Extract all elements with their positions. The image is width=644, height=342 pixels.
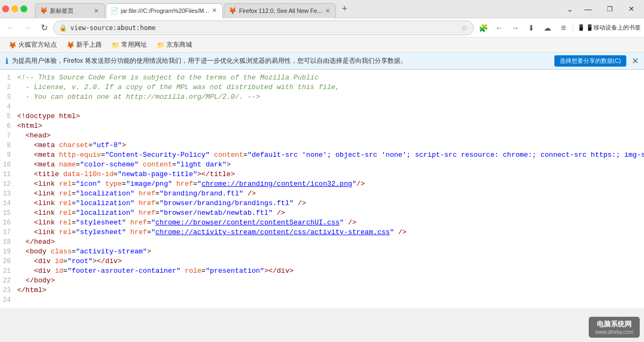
line-number: 23	[0, 286, 17, 295]
tabs-container: 🦊 新标签页 ✕ 📄 jar:file:///C:/Program%20File…	[35, 0, 558, 18]
line-number: 6	[0, 121, 17, 131]
code-line: 17 <link rel="stylesheet" href="chrome:/…	[0, 228, 644, 237]
tab-1-close[interactable]: ✕	[92, 7, 100, 14]
code-line: 24	[0, 295, 644, 305]
code-line: 14 <link rel="localization" href="browse…	[0, 199, 644, 208]
watermark-url: www.dnxtw.com	[595, 329, 633, 335]
watermark: 电脑系统网 www.dnxtw.com	[589, 317, 640, 338]
bookmark-item-2[interactable]: 🦊 新手上路	[62, 39, 106, 50]
line-number: 1	[0, 73, 17, 83]
tab-3-favicon: 🦊	[229, 7, 237, 14]
title-bar: 🦊 新标签页 ✕ 📄 jar:file:///C:/Program%20File…	[0, 0, 644, 18]
code-line: 7 <head>	[0, 131, 644, 141]
line-content: <link rel="stylesheet" href="chrome://br…	[17, 218, 644, 228]
code-line: 23</html>	[0, 286, 644, 295]
extensions-button[interactable]: 🧩	[475, 20, 491, 35]
menu-button[interactable]: ≡	[556, 20, 571, 35]
nav-bar: ← → ↻ 🔒 view-source:about:home ☆ 🧩 ← → ⬇…	[0, 18, 644, 38]
window-controls	[2, 5, 32, 12]
code-line: 22 </body>	[0, 276, 644, 286]
line-content: <head>	[17, 131, 644, 141]
line-content: <link rel="stylesheet" href="chrome://ac…	[17, 228, 644, 237]
win-close-btn[interactable]	[2, 5, 9, 12]
line-content: </body>	[17, 276, 644, 286]
window-close-btn[interactable]: ✕	[620, 2, 642, 17]
info-close-button[interactable]: ✕	[632, 56, 639, 66]
line-number: 8	[0, 141, 17, 150]
address-bar[interactable]: 🔒 view-source:about:home ☆	[53, 20, 474, 35]
code-line: 8 <meta charset="utf-8">	[0, 141, 644, 150]
bookmark-item-1[interactable]: 🦊 火狐官方站点	[4, 39, 61, 50]
tab-3-close[interactable]: ✕	[324, 7, 331, 14]
mobile-bookmarks-label: 📱 📱移动设备上的书签	[573, 24, 641, 32]
line-number: 13	[0, 189, 17, 199]
line-content: <meta charset="utf-8">	[17, 141, 644, 150]
line-number: 15	[0, 208, 17, 218]
tab-1-title: 新标签页	[50, 7, 91, 15]
nav-right-icons: 🧩 ← → ⬇ ☁ ≡	[475, 20, 571, 35]
code-line: 1<!-- This Source Code Form is subject t…	[0, 73, 644, 83]
code-line: 18 </head>	[0, 237, 644, 247]
source-code-area: 1<!-- This Source Code Form is subject t…	[0, 70, 644, 308]
info-text: 为提高用户体验，Firefox 将发送部分功能的使用情况给我们，用于进一步优化火…	[12, 56, 551, 66]
line-content: <meta http-equiv="Content-Security-Polic…	[17, 150, 644, 160]
bookmark-3-label: 常用网址	[121, 40, 147, 49]
window-restore-btn[interactable]: ❐	[599, 2, 620, 17]
info-action-button[interactable]: 选择您要分享的数据(C)	[554, 55, 626, 67]
line-number: 4	[0, 102, 17, 112]
line-number: 9	[0, 150, 17, 160]
win-max-btn[interactable]	[20, 5, 27, 12]
code-line: 12 <link rel="icon" type="image/png" hre…	[0, 179, 644, 189]
watermark-title: 电脑系统网	[595, 319, 633, 329]
tab-1-favicon: 🦊	[40, 7, 48, 14]
refresh-button[interactable]: ↻	[36, 20, 52, 35]
bookmark-2-icon: 🦊	[67, 41, 75, 49]
line-content: <meta name="color-scheme" content="light…	[17, 160, 644, 170]
line-content: </head>	[17, 237, 644, 247]
window-minimize-btn[interactable]: —	[577, 2, 599, 17]
line-number: 14	[0, 199, 17, 208]
address-star-icon[interactable]: ☆	[461, 24, 468, 32]
forward-button[interactable]: →	[20, 20, 35, 35]
bookmark-1-label: 火狐官方站点	[18, 40, 57, 49]
bookmark-item-3[interactable]: 📁 常用网址	[107, 39, 151, 50]
tab-1[interactable]: 🦊 新标签页 ✕	[35, 3, 105, 18]
tab-3[interactable]: 🦊 Firefox 112.0, See All New Fe... ✕	[224, 3, 336, 18]
line-number: 21	[0, 266, 17, 276]
back2-button[interactable]: ←	[492, 20, 507, 35]
line-number: 24	[0, 295, 17, 305]
line-content: <!-- This Source Code Form is subject to…	[17, 73, 644, 83]
line-content: <link rel="icon" type="image/png" href="…	[17, 179, 644, 189]
line-content: - You can obtain one at http://mozilla.o…	[17, 92, 644, 102]
address-lock-icon: 🔒	[59, 24, 67, 32]
code-line: 13 <link rel="localization" href="brandi…	[0, 189, 644, 199]
code-line: 21 <div id="footer-asrouter-container" r…	[0, 266, 644, 276]
tab-2[interactable]: 📄 jar:file:///C:/Program%20Files/M... ✕	[106, 3, 223, 18]
line-content: </html>	[17, 286, 644, 295]
bookmark-4-icon: 📁	[157, 41, 165, 49]
download-button[interactable]: ⬇	[524, 20, 539, 35]
sync-button[interactable]: ☁	[540, 20, 555, 35]
line-content: <title data-l10n-id="newtab-page-title">…	[17, 170, 644, 179]
bookmark-item-4[interactable]: 📁 京东商城	[152, 39, 196, 50]
code-line: 19 <body class="activity-stream">	[0, 247, 644, 257]
code-line: 2 - License, v. 2.0. If a copy of the MP…	[0, 83, 644, 92]
line-number: 3	[0, 92, 17, 102]
line-number: 22	[0, 276, 17, 286]
line-number: 19	[0, 247, 17, 257]
line-content: <!doctype html>	[17, 112, 644, 121]
add-tab-button[interactable]: +	[337, 2, 352, 17]
window-right-controls: ⌄ — ❐ ✕	[562, 2, 642, 17]
bookmark-1-icon: 🦊	[9, 41, 17, 49]
code-line: 11 <title data-l10n-id="newtab-page-titl…	[0, 170, 644, 179]
code-line: 20 <div id="root"></div>	[0, 257, 644, 266]
line-content: <html>	[17, 121, 644, 131]
tab-3-title: Firefox 112.0, See All New Fe...	[239, 8, 322, 14]
tab-2-close[interactable]: ✕	[210, 7, 218, 14]
code-line: 5<!doctype html>	[0, 112, 644, 121]
back-button[interactable]: ←	[3, 20, 18, 35]
forward2-button[interactable]: →	[508, 20, 523, 35]
win-min-btn[interactable]	[11, 5, 18, 12]
tabs-dropdown-btn[interactable]: ⌄	[562, 2, 577, 17]
code-line: 3 - You can obtain one at http://mozilla…	[0, 92, 644, 102]
